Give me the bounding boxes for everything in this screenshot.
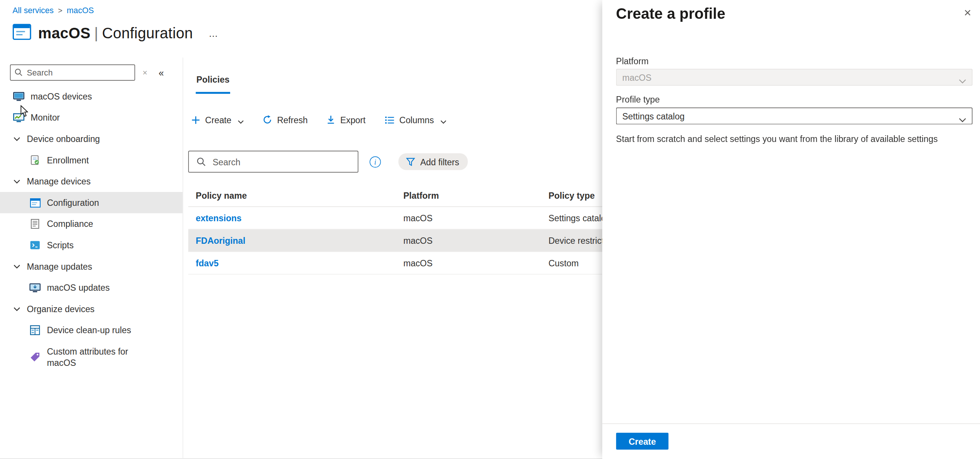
breadcrumb-all-services-link[interactable]: All services [13,6,54,15]
profile-type-description: Start from scratch and select settings y… [616,133,955,145]
page-header: macOS|Configuration … [13,24,219,43]
close-icon[interactable]: × [964,6,971,19]
tab-policies[interactable]: Policies [196,74,230,94]
chevron-down-icon [959,115,966,125]
filter-row: i Add filters [188,151,468,172]
configuration-blade-icon [13,24,31,43]
breadcrumb: All services > macOS [13,6,94,15]
plus-icon [191,115,200,124]
platform-cell: macOS [403,213,548,223]
sidebar-search-clear-icon[interactable]: × [143,68,148,77]
sidebar-item-device-cleanup-rules[interactable]: Device clean-up rules [0,320,183,341]
sidebar: × « macOS devices Monitor Device o [0,57,183,459]
platform-field-label: Platform [616,56,649,67]
policy-link[interactable]: FDAoriginal [196,236,403,245]
enrollment-icon [29,155,41,165]
page-title: macOS|Configuration [38,24,193,42]
info-icon[interactable]: i [369,156,381,167]
policy-search [188,151,358,172]
cleanup-icon [29,325,41,335]
chevron-down-icon [13,179,21,184]
sidebar-group-manage-devices[interactable]: Manage devices [0,171,183,192]
breadcrumb-separator: > [58,6,62,14]
toolbar: Create Refresh Export Columns [191,114,447,126]
export-icon [327,115,335,124]
sidebar-item-configuration[interactable]: Configuration [0,192,183,214]
refresh-icon [263,115,272,124]
chevron-down-icon [440,116,447,126]
platform-cell: macOS [403,236,548,245]
add-filters-button[interactable]: Add filters [398,153,468,170]
profile-type-field-label: Profile type [616,94,660,104]
profile-type-select[interactable]: Settings catalog [616,107,972,124]
column-header-policy-name[interactable]: Policy name [196,191,403,201]
filter-icon [406,158,415,166]
tag-icon [29,352,41,362]
sidebar-group-device-onboarding[interactable]: Device onboarding [0,128,183,150]
sidebar-item-custom-attributes[interactable]: Custom attributes for macOS [0,341,183,373]
panel-title: Create a profile [616,5,725,22]
column-header-platform[interactable]: Platform [403,191,548,201]
intune-configuration-page: All services > macOS macOS|Configuration… [0,0,980,459]
scripts-icon [29,241,41,249]
policy-link[interactable]: fdav5 [196,258,403,268]
desktop-icon [13,92,25,101]
chevron-down-icon [238,116,244,126]
export-button[interactable]: Export [327,115,366,125]
columns-icon [385,115,395,124]
monitor-chart-icon [13,113,25,123]
panel-footer-divider [602,423,980,424]
sidebar-search [10,64,135,80]
sidebar-item-scripts[interactable]: Scripts [0,234,183,256]
breadcrumb-macos-link[interactable]: macOS [67,6,94,15]
more-menu-button[interactable]: … [209,28,219,38]
create-profile-panel: Create a profile × Platform macOS Profil… [602,0,980,459]
sidebar-collapse-icon[interactable]: « [159,67,164,78]
chevron-down-icon [13,136,21,141]
sidebar-item-macos-devices[interactable]: macOS devices [0,86,183,107]
sidebar-nav: macOS devices Monitor Device onboarding … [0,86,183,373]
policy-search-input[interactable] [212,151,355,172]
policy-link[interactable]: extensions [196,213,403,223]
chevron-down-icon [959,75,966,86]
panel-create-button[interactable]: Create [616,433,669,449]
sidebar-item-macos-updates[interactable]: macOS updates [0,277,183,299]
sidebar-item-compliance[interactable]: Compliance [0,214,183,235]
sidebar-item-enrollment[interactable]: Enrollment [0,150,183,171]
sidebar-search-input[interactable] [25,65,133,80]
updates-icon [29,283,41,292]
compliance-icon [29,219,41,229]
sidebar-group-manage-updates[interactable]: Manage updates [0,256,183,277]
platform-cell: macOS [403,258,548,268]
sidebar-item-monitor[interactable]: Monitor [0,107,183,129]
create-button[interactable]: Create [191,114,244,126]
chevron-down-icon [13,264,21,269]
refresh-button[interactable]: Refresh [263,115,308,125]
columns-button[interactable]: Columns [385,114,447,126]
configuration-icon [29,198,41,207]
chevron-down-icon [13,306,21,311]
platform-select: macOS [616,69,972,86]
search-icon [196,157,206,166]
search-icon [14,68,22,76]
sidebar-group-organize-devices[interactable]: Organize devices [0,298,183,320]
